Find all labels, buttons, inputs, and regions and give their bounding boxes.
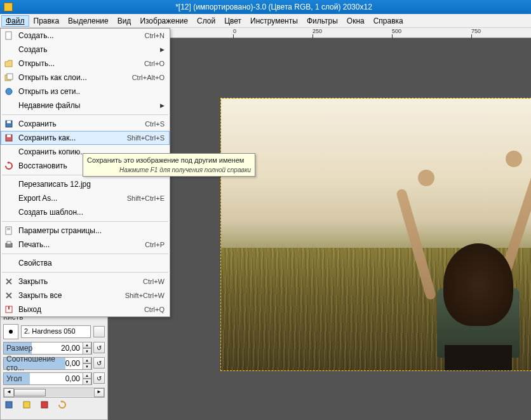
size-reset-button[interactable]: ↺ [93,342,105,353]
titlebar: *[12] (импортировано)-3.0 (Цвета RGB, 1 … [0,0,531,14]
delete-preset-icon[interactable] [40,400,49,409]
angle-up[interactable]: ▲ [83,372,91,379]
save-icon [3,119,15,129]
menu-item-close[interactable]: Закрыть Ctrl+W [1,274,170,288]
menu-item-overwrite[interactable]: Перезаписать 12.jpg [1,177,170,191]
menu-item-create-sub[interactable]: Создать ▶ [1,43,170,57]
angle-reset-button[interactable]: ↺ [93,372,105,384]
new-file-icon [3,30,15,41]
menu-separator [2,272,168,273]
menu-help[interactable]: Справка [369,15,408,27]
menu-view[interactable]: Вид [113,15,136,27]
ruler-horizontal: -250 0 250 500 750 1000 1250 [119,28,531,38]
size-up[interactable]: ▲ [83,342,91,348]
menu-separator [2,114,168,115]
menu-item-create[interactable]: Создать... Ctrl+N [1,29,170,43]
tooltip-main-text: Сохранить это изображение под другим име… [87,156,251,164]
ratio-reset-button[interactable]: ↺ [93,357,105,369]
svg-rect-6 [7,74,13,79]
svg-point-7 [6,88,12,95]
svg-rect-14 [7,228,10,229]
ratio-slider[interactable]: Соотношение сто... 0,00 ▲▼ [3,357,92,370]
app-icon [4,3,13,11]
canvas-image[interactable] [220,98,531,371]
menu-select[interactable]: Выделение [64,15,113,27]
photo-content [221,98,531,370]
svg-rect-17 [7,241,11,244]
menu-item-save-as[interactable]: Сохранить как... Shift+Ctrl+S [1,131,170,145]
scroll-left-button[interactable]: ◄ [4,388,14,397]
size-down[interactable]: ▼ [83,348,91,355]
svg-rect-11 [7,135,11,137]
menubar: Файл Правка Выделение Вид Изображение Сл… [0,14,531,28]
menu-item-print[interactable]: Печать... Ctrl+P [1,238,170,252]
folder-open-icon [3,58,15,69]
menu-item-recent[interactable]: Недавние файлы ▶ [1,98,170,112]
menu-separator [2,221,168,222]
menu-edit[interactable]: Правка [29,15,64,27]
menu-item-export-as[interactable]: Export As... Shift+Ctrl+E [1,191,170,205]
ruler-tick: 750 [471,28,481,34]
svg-rect-2 [41,402,48,408]
submenu-arrow-icon: ▶ [160,46,165,53]
tool-options-panel: Непрозрачность Кисть 2. Hardness 050 Раз… [0,301,108,420]
save-preset-icon[interactable] [4,400,13,409]
menu-tools[interactable]: Инструменты [246,15,302,27]
submenu-arrow-icon: ▶ [160,102,165,109]
window-title: *[12] (импортировано)-3.0 (Цвета RGB, 1 … [17,3,531,11]
close-all-icon [3,290,15,301]
canvas-area[interactable] [119,38,531,420]
svg-rect-0 [6,402,12,408]
panel-scrollbar[interactable]: ◄ ► [3,388,105,398]
svg-rect-13 [6,227,11,234]
print-icon [3,240,15,250]
ratio-up[interactable]: ▲ [83,357,91,363]
brush-picker-button[interactable] [93,326,105,337]
page-setup-icon [3,226,15,236]
menu-item-properties[interactable]: Свойства [1,256,170,270]
quit-icon [3,304,15,315]
reset-preset-icon[interactable] [58,400,67,409]
menu-item-open[interactable]: Открыть... Ctrl+O [1,57,170,71]
ruler-tick: 500 [392,28,401,34]
menu-file[interactable]: Файл [1,15,29,27]
revert-icon [3,161,15,171]
menu-windows[interactable]: Окна [342,15,369,27]
brush-name-field[interactable]: 2. Hardness 050 [21,325,91,338]
menu-item-open-layers[interactable]: Открыть как слои... Ctrl+Alt+O [1,71,170,85]
svg-rect-4 [6,32,11,39]
menu-item-open-net[interactable]: Открыть из сети.. [1,85,170,98]
save-as-icon [3,133,15,143]
menu-item-create-template[interactable]: Создать шаблон... [1,205,170,219]
menu-image[interactable]: Изображение [135,15,192,27]
panel-icon-row [3,398,105,412]
close-icon [3,276,15,287]
menu-item-close-all[interactable]: Закрыть все Shift+Ctrl+W [1,288,170,302]
layers-icon [3,72,15,83]
ruler-tick: 0 [233,28,236,34]
scroll-right-button[interactable]: ► [94,388,104,397]
brush-preview[interactable] [3,324,18,339]
menu-item-quit[interactable]: Выход Ctrl+Q [1,302,170,316]
save-as-tooltip: Сохранить это изображение под другим име… [83,153,255,177]
ratio-down[interactable]: ▼ [83,363,91,370]
angle-down[interactable]: ▼ [83,379,91,385]
scroll-thumb[interactable] [14,389,46,396]
menu-separator [2,254,168,254]
restore-preset-icon[interactable] [22,400,31,409]
svg-marker-12 [7,161,9,164]
tooltip-sub-text: Нажмите F1 для получения полной справки [87,166,251,173]
angle-slider[interactable]: Угол 0,00 ▲▼ [3,372,92,385]
menu-filters[interactable]: Фильтры [302,15,342,27]
menu-item-save[interactable]: Сохранить Ctrl+S [1,117,170,131]
menu-item-page-setup[interactable]: Параметры страницы... [1,224,170,238]
svg-rect-1 [24,402,30,408]
svg-rect-15 [7,229,10,230]
svg-rect-9 [7,121,11,123]
menu-color[interactable]: Цвет [220,15,246,27]
svg-marker-3 [60,400,62,403]
globe-icon [3,86,15,97]
size-slider[interactable]: Размер 20,00 ▲▼ [3,342,92,355]
ruler-tick: 250 [313,28,322,34]
menu-layer[interactable]: Слой [192,15,220,27]
